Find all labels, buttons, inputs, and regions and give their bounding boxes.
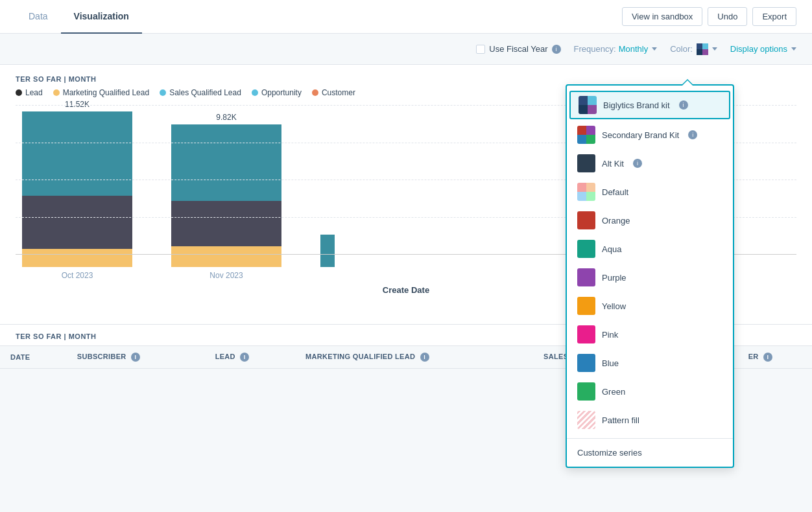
color-option-pink[interactable]: Pink — [567, 320, 733, 349]
bar-segment-teal-partial — [320, 235, 335, 267]
secondary-swatch — [577, 126, 595, 144]
blue-swatch — [577, 354, 595, 372]
fiscal-year-control: Use Fiscal Year i — [476, 44, 560, 54]
bar-total-nov2023: 9.82K — [216, 113, 236, 122]
nav-tabs: Data Visualization — [16, 0, 142, 33]
purple-label: Purple — [602, 273, 627, 283]
bar-segment-dark-oct2023 — [22, 196, 132, 249]
alt-info-icon[interactable]: i — [633, 159, 642, 168]
color-option-blue[interactable]: Blue — [567, 349, 733, 377]
frequency-label: Frequency: — [574, 44, 616, 54]
th-lead-info-icon[interactable]: i — [240, 353, 249, 362]
tab-data[interactable]: Data — [16, 1, 61, 34]
th-date-label: DATE — [10, 353, 30, 361]
legend-label-mql: Marketing Qualified Lead — [63, 88, 149, 97]
orange-swatch — [577, 211, 595, 229]
alt-label: Alt Kit — [602, 159, 624, 169]
color-option-pattern[interactable]: Pattern fill — [567, 406, 733, 434]
th-mql-info-icon[interactable]: i — [420, 353, 429, 362]
legend-label-customer: Customer — [322, 88, 355, 97]
aqua-swatch — [577, 240, 595, 258]
export-button[interactable]: Export — [752, 7, 796, 26]
legend-dot-mql — [53, 89, 60, 96]
pattern-swatch — [577, 411, 595, 429]
legend-label-lead: Lead — [25, 88, 43, 97]
color-option-alt[interactable]: Alt Kit i — [567, 149, 733, 178]
bar-segment-yellow-oct2023 — [22, 249, 132, 267]
bar-xlabel-nov2023: Nov 2023 — [209, 271, 243, 280]
yellow-swatch — [577, 297, 595, 315]
svg-rect-1 — [702, 43, 708, 49]
biglytics-label: Biglytics Brand kit — [603, 100, 670, 110]
tab-visualization[interactable]: Visualization — [61, 1, 142, 34]
frequency-dropdown-arrow — [652, 47, 657, 51]
th-er-label: ER — [748, 353, 759, 360]
color-option-aqua[interactable]: Aqua — [567, 235, 733, 263]
legend-item-mql: Marketing Qualified Lead — [53, 88, 149, 97]
legend-item-customer: Customer — [312, 88, 355, 97]
secondary-info-icon[interactable]: i — [688, 130, 697, 139]
display-options-control[interactable]: Display options — [730, 44, 796, 54]
dropdown-divider — [567, 438, 733, 439]
default-label: Default — [602, 187, 628, 197]
th-lead-label: LEAD — [215, 353, 235, 360]
color-option-green[interactable]: Green — [567, 377, 733, 406]
customize-series-button[interactable]: Customize series — [567, 443, 733, 463]
color-swatch-icon — [697, 43, 708, 55]
pink-swatch — [577, 325, 595, 343]
color-option-yellow[interactable]: Yellow — [567, 292, 733, 320]
bar-segment-yellow-nov2023 — [171, 246, 281, 267]
color-label: Color: — [670, 44, 693, 54]
th-er-info-icon[interactable]: i — [763, 353, 772, 362]
frequency-value: Monthly — [619, 44, 649, 54]
bar-xlabel-oct2023: Oct 2023 — [62, 271, 93, 280]
fiscal-year-label: Use Fiscal Year — [489, 44, 547, 54]
dropdown-caret-inner — [682, 80, 693, 86]
th-subscriber: SUBSCRIBER i — [67, 346, 205, 369]
nav-actions: View in sandbox Undo Export — [622, 7, 796, 26]
green-label: Green — [602, 387, 625, 397]
green-swatch — [577, 382, 595, 401]
view-in-sandbox-button[interactable]: View in sandbox — [622, 7, 702, 26]
color-control[interactable]: Color: — [670, 43, 717, 55]
bar-group-oct2023: 11.52K Oct 2023 — [22, 100, 132, 280]
th-lead: LEAD i — [205, 346, 295, 369]
legend-label-opportunity: Opportunity — [261, 88, 302, 97]
aqua-label: Aqua — [602, 244, 621, 254]
th-mql: MARKETING QUALIFIED LEAD i — [295, 346, 533, 369]
bar-segment-dark-nov2023 — [171, 201, 281, 246]
default-swatch — [577, 183, 595, 201]
biglytics-swatch — [579, 96, 597, 114]
legend-dot-customer — [312, 89, 318, 96]
legend-item-lead: Lead — [16, 88, 43, 97]
stacked-bar-nov2023 — [171, 124, 281, 267]
fiscal-year-info-icon[interactable]: i — [552, 45, 561, 54]
legend-item-opportunity: Opportunity — [252, 88, 302, 97]
display-options-label: Display options — [730, 44, 787, 54]
th-subscriber-info-icon[interactable]: i — [131, 353, 140, 362]
bar-segment-teal-oct2023 — [22, 111, 132, 196]
legend-item-sql: Sales Qualified Lead — [160, 88, 241, 97]
color-option-default[interactable]: Default — [567, 178, 733, 206]
controls-bar: Use Fiscal Year i Frequency: Monthly Col… — [0, 34, 812, 65]
color-option-orange[interactable]: Orange — [567, 206, 733, 235]
color-option-purple[interactable]: Purple — [567, 263, 733, 292]
svg-rect-0 — [697, 43, 702, 49]
biglytics-info-icon[interactable]: i — [679, 100, 688, 110]
bar-total-oct2023: 11.52K — [65, 100, 90, 109]
fiscal-year-checkbox[interactable] — [476, 45, 485, 54]
color-option-secondary[interactable]: Secondary Brand Kit i — [567, 121, 733, 149]
display-options-arrow — [791, 47, 796, 51]
th-mql-label: MARKETING QUALIFIED LEAD — [305, 353, 415, 360]
orange-label: Orange — [602, 216, 630, 226]
undo-button[interactable]: Undo — [708, 7, 747, 26]
th-subscriber-label: SUBSCRIBER — [77, 353, 126, 360]
pink-label: Pink — [602, 330, 618, 340]
bar-segment-teal-nov2023 — [171, 124, 281, 201]
color-option-biglytics[interactable]: Biglytics Brand kit i — [569, 91, 730, 119]
frequency-control[interactable]: Frequency: Monthly — [574, 44, 658, 54]
pattern-label: Pattern fill — [602, 415, 639, 425]
svg-rect-3 — [702, 49, 708, 55]
th-date: DATE — [0, 346, 67, 369]
bar-group-nov2023: 9.82K Nov 2023 — [171, 113, 281, 280]
